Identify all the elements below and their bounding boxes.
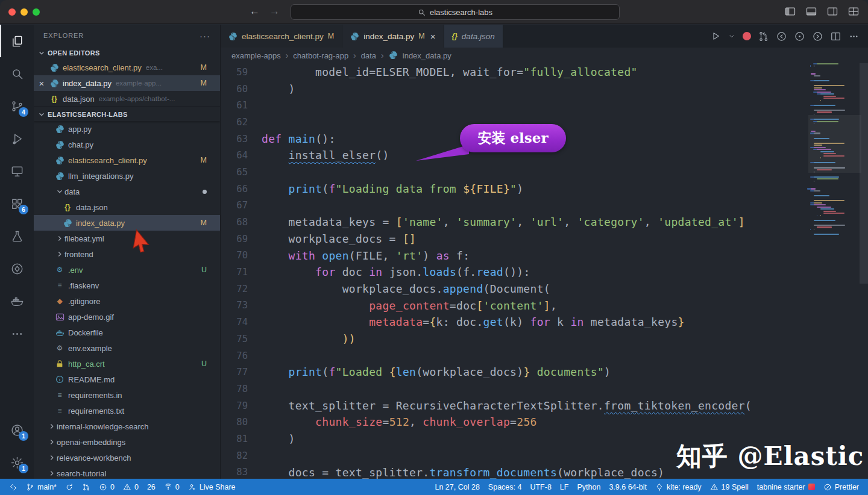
- code-line-75[interactable]: 75 )): [221, 331, 810, 347]
- activity-accounts[interactable]: 1: [0, 414, 34, 446]
- tree-file-data.json[interactable]: {}data.json: [34, 199, 220, 215]
- breadcrumb-item[interactable]: index_data.py: [403, 51, 451, 60]
- activity-extensions[interactable]: 6: [0, 187, 34, 220]
- code-line-71[interactable]: 71 for doc in json.loads(f.read()):: [221, 264, 810, 281]
- forwarded-ports[interactable]: 0: [160, 479, 184, 495]
- tree-file-chat.py[interactable]: chat.py: [34, 137, 220, 152]
- activity-remote-explorer[interactable]: [0, 155, 34, 187]
- tree-folder-internal-knowledge-search[interactable]: internal-knowledge-search: [34, 419, 220, 434]
- language-mode[interactable]: Python: [573, 479, 605, 495]
- tree-folder-frontend[interactable]: frontend: [34, 246, 220, 262]
- tab-data.json[interactable]: {}data.json: [444, 25, 503, 48]
- code-line-59[interactable]: 59 model_id=ELSER_MODEL, wait_for="fully…: [221, 64, 810, 81]
- breadcrumb-item[interactable]: data: [361, 51, 376, 60]
- minimize-window-button[interactable]: [20, 8, 28, 16]
- activity-source-control[interactable]: 4: [0, 90, 34, 122]
- close-icon[interactable]: ×: [34, 78, 49, 89]
- code-line-74[interactable]: 74 metadata={k: doc.get(k) for k in meta…: [221, 314, 810, 331]
- activity-kite[interactable]: [0, 252, 34, 285]
- split-editor-icon[interactable]: [830, 31, 841, 42]
- tab-elasticsearch_client.py[interactable]: elasticsearch_client.pyM: [221, 25, 342, 48]
- layout-panel-icon[interactable]: [805, 5, 817, 17]
- tree-folder-search-tutorial[interactable]: search-tutorial: [34, 465, 220, 479]
- activity-testing[interactable]: [0, 220, 34, 252]
- breadcrumb[interactable]: example-apps›chatbot-rag-app›data›index_…: [221, 48, 868, 63]
- live-share[interactable]: Live Share: [184, 479, 240, 495]
- tree-file-.gitignore[interactable]: ◆.gitignore: [34, 293, 220, 309]
- tree-file-llm_integrations.py[interactable]: llm_integrations.py: [34, 168, 220, 184]
- activity-settings[interactable]: 1: [0, 446, 34, 479]
- open-editor-elasticsearch_client.py[interactable]: elasticsearch_client.pyexa...M: [34, 60, 220, 75]
- code-line-68[interactable]: 68 metadata_keys = ['name', 'summary', '…: [221, 214, 810, 231]
- git-branch[interactable]: main*: [22, 479, 61, 495]
- spell-checker[interactable]: 19 Spell: [706, 479, 753, 495]
- code-line-73[interactable]: 73 page_content=doc['content'],: [221, 297, 810, 314]
- code-line-61[interactable]: 61: [221, 97, 810, 114]
- zoom-window-button[interactable]: [33, 8, 40, 16]
- workspace-section-header[interactable]: ELASTICSEARCH-LABS: [34, 107, 220, 121]
- cursor-position[interactable]: Ln 27, Col 28: [430, 479, 483, 495]
- more-icon[interactable]: [848, 31, 860, 42]
- tree-file-env.example[interactable]: ⚙env.example: [34, 340, 220, 356]
- activity-more[interactable]: [0, 317, 34, 350]
- tree-file-requirements.in[interactable]: ≡requirements.in: [34, 387, 220, 403]
- tree-file-README.md[interactable]: README.md: [34, 372, 220, 387]
- open-editor-data.json[interactable]: {}data.jsonexample-apps/chatbot-...: [34, 91, 220, 107]
- open-editors-header[interactable]: OPEN EDITORS: [34, 46, 220, 60]
- circle-right-icon[interactable]: [812, 31, 823, 42]
- problems-hints[interactable]: 26: [143, 479, 160, 495]
- tree-file-.flaskenv[interactable]: ≡.flaskenv: [34, 278, 220, 293]
- history-forward-button[interactable]: →: [269, 5, 280, 17]
- command-center-search[interactable]: elasticsearch-labs: [291, 4, 620, 20]
- code-line-70[interactable]: 70 with open(FILE, 'rt') as f:: [221, 248, 810, 264]
- pull-request-status[interactable]: [78, 479, 95, 495]
- layout-sidebar-left-icon[interactable]: [784, 5, 796, 17]
- tree-folder-relevance-workbench[interactable]: relevance-workbench: [34, 450, 220, 465]
- tree-file-app.py[interactable]: app.py: [34, 121, 220, 137]
- remote-indicator[interactable]: [5, 479, 22, 495]
- breadcrumb-item[interactable]: example-apps: [231, 51, 281, 60]
- problems-warnings[interactable]: 0: [119, 479, 143, 495]
- layout-grid-icon[interactable]: [848, 5, 860, 17]
- activity-docker[interactable]: [0, 285, 34, 317]
- code-line-79[interactable]: 79 text_splitter = RecursiveCharacterTex…: [221, 397, 810, 414]
- editor-scrollbar[interactable]: [860, 63, 868, 284]
- prettier-status[interactable]: Prettier: [819, 479, 863, 495]
- activity-search[interactable]: [0, 57, 34, 90]
- activity-explorer[interactable]: [0, 25, 34, 57]
- error-lens-icon[interactable]: [743, 32, 751, 40]
- code-line-77[interactable]: 77 print(f"Loaded {len(workplace_docs)} …: [221, 364, 810, 381]
- code-line-80[interactable]: 80 chunk_size=512, chunk_overlap=256: [221, 414, 810, 431]
- code-line-66[interactable]: 66 print(f"Loading data from ${FILE}"): [221, 181, 810, 198]
- circle-dot-icon[interactable]: [794, 31, 805, 42]
- code-line-72[interactable]: 72 workplace_docs.append(Document(: [221, 281, 810, 297]
- breadcrumb-item[interactable]: chatbot-rag-app: [293, 51, 348, 60]
- activity-run-debug[interactable]: [0, 122, 34, 155]
- chevron-down-icon[interactable]: [728, 32, 736, 40]
- encoding[interactable]: UTF-8: [526, 479, 555, 495]
- tab-close-icon[interactable]: ×: [430, 31, 436, 42]
- close-window-button[interactable]: [8, 8, 16, 16]
- tree-file-http_ca.crt[interactable]: http_ca.crtU: [34, 356, 220, 372]
- run-icon[interactable]: [710, 31, 721, 42]
- tree-folder-filebeat.yml[interactable]: filebeat.yml: [34, 231, 220, 246]
- code-line-67[interactable]: 67: [221, 198, 810, 214]
- tree-file-Dockerfile[interactable]: Dockerfile: [34, 325, 220, 340]
- tree-file-requirements.txt[interactable]: ≡requirements.txt: [34, 403, 220, 419]
- tree-folder-openai-embeddings[interactable]: openai-embeddings: [34, 434, 220, 450]
- indentation[interactable]: Spaces: 4: [484, 479, 526, 495]
- history-back-button[interactable]: ←: [250, 5, 260, 17]
- tree-folder-data[interactable]: data: [34, 184, 220, 199]
- layout-sidebar-right-icon[interactable]: [826, 5, 838, 17]
- code-line-65[interactable]: 65: [221, 164, 810, 181]
- open-editor-index_data.py[interactable]: ×index_data.pyexample-app...M: [34, 75, 220, 91]
- explorer-more-actions-button[interactable]: ···: [200, 31, 210, 41]
- git-sync[interactable]: [61, 479, 78, 495]
- tab-index_data.py[interactable]: index_data.pyM×: [342, 25, 444, 48]
- tabnine-status[interactable]: tabnine starter: [753, 479, 819, 495]
- tree-file-index_data.py[interactable]: index_data.pyM: [34, 215, 220, 231]
- python-interpreter[interactable]: 3.9.6 64-bit: [605, 479, 651, 495]
- circle-left-icon[interactable]: [776, 31, 787, 42]
- code-line-78[interactable]: 78: [221, 381, 810, 397]
- code-line-69[interactable]: 69 workplace_docs = []: [221, 231, 810, 248]
